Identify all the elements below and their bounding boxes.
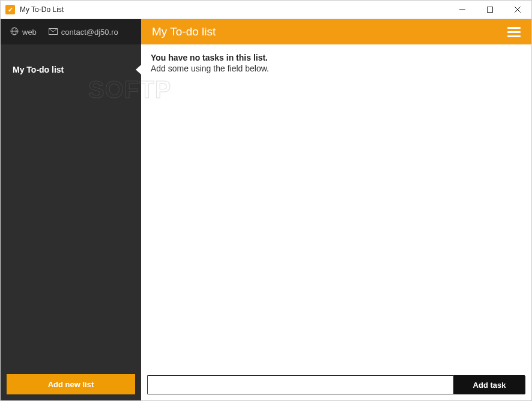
globe-icon [10,27,19,37]
sidebar-list: My To-do list [1,44,141,82]
contact-label: contact@dj50.ro [61,28,118,37]
sidebar-item-label: My To-do list [13,65,64,74]
mail-icon [49,28,58,37]
page-title: My To-do list [152,25,216,38]
main-panel: My To-do list You have no tasks in this … [141,19,531,400]
svg-rect-1 [488,7,493,13]
app-icon [5,5,15,14]
window-controls [449,1,531,19]
empty-subtitle: Add some using the field below. [151,64,522,73]
menu-icon[interactable] [507,27,521,37]
content: SOFTP web contact@dj50.ro My To-do list … [1,19,531,400]
web-label: web [22,28,37,37]
sidebar-item-todo[interactable]: My To-do list [1,58,141,82]
main-footer: Add task [141,370,531,400]
titlebar: My To-Do List [1,1,531,19]
window-title: My To-Do List [20,5,64,14]
add-task-button[interactable]: Add task [453,375,525,394]
sidebar-top: web contact@dj50.ro [1,19,141,44]
contact-link[interactable]: contact@dj50.ro [49,28,118,37]
add-list-button[interactable]: Add new list [7,374,135,394]
main-body: You have no tasks in this list. Add some… [141,44,531,370]
web-link[interactable]: web [10,27,37,37]
main-header: My To-do list [141,19,531,44]
sidebar-footer: Add new list [1,368,141,400]
sidebar: web contact@dj50.ro My To-do list Add ne… [1,19,141,400]
maximize-button[interactable] [476,1,504,19]
minimize-button[interactable] [449,1,476,19]
task-input[interactable] [147,375,453,394]
empty-title: You have no tasks in this list. [151,53,522,62]
close-button[interactable] [504,1,531,19]
